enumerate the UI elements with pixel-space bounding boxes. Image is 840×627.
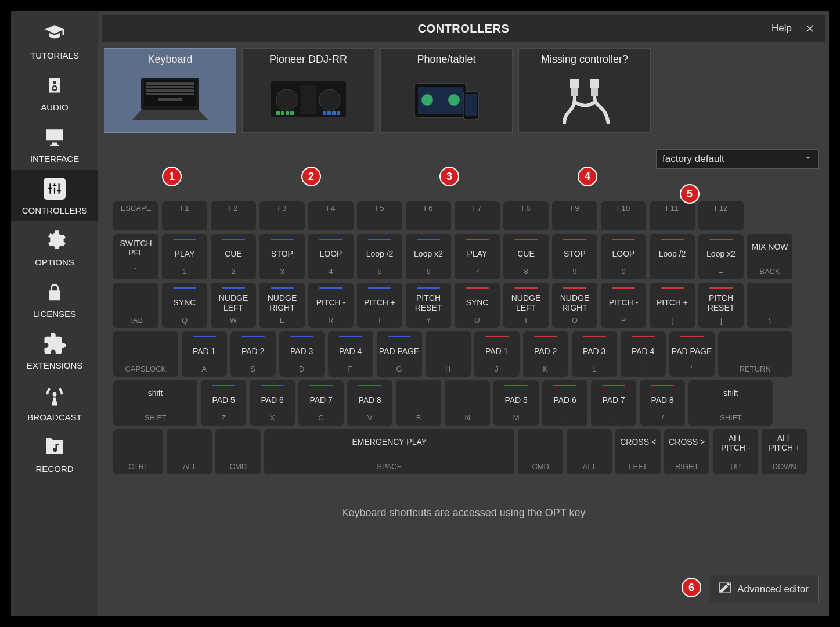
key-f11[interactable]: F11 [650,201,695,230]
key-return[interactable]: RETURN [718,331,792,377]
key-i[interactable]: NUDGE LEFTI [503,283,549,328]
sidebar-item-interface[interactable]: INTERFACE [11,118,98,170]
preset-dropdown[interactable]: factory default [656,149,819,169]
key-f5[interactable]: F5 [357,201,402,230]
key-space[interactable]: EMERGENCY PLAYSPACE [264,429,514,474]
keyboard-row-function: ESCAPEF1F2F3F4F5F6F7F8F9F10F11F12 [113,201,814,230]
key-f7[interactable]: F7 [455,201,500,230]
key--[interactable]: PAD PAGE' [669,331,715,377]
help-link[interactable]: Help [771,23,792,34]
sidebar-item-tutorials[interactable]: TUTORIALS [11,15,98,66]
key-function-label: NUDGE RIGHT [262,293,302,312]
sidebar-item-record[interactable]: RECORD [11,428,98,480]
key-up[interactable]: ALL PITCH -UP [713,429,758,474]
key-u[interactable]: SYNCU [455,283,500,328]
key--[interactable]: PAD 6, [542,380,587,426]
key-f10[interactable]: F10 [601,201,646,230]
key-v[interactable]: PAD 8V [347,380,392,426]
close-button[interactable] [803,21,817,35]
key-shift[interactable]: shiftSHIFT [688,380,773,426]
key-function-label: ALL PITCH + [764,434,805,452]
key-left[interactable]: CROSS <LEFT [615,429,661,474]
key-f4[interactable]: F4 [308,201,354,230]
key-alt[interactable]: ALT [167,429,212,474]
key-a[interactable]: PAD 1A [182,331,227,377]
key-c[interactable]: PAD 7C [298,380,344,426]
sidebar-item-options[interactable]: OPTIONS [11,221,98,273]
key-8[interactable]: CUE8 [503,234,549,279]
key-r[interactable]: PITCH -R [308,283,354,328]
key-f8[interactable]: F8 [503,201,549,230]
key-w[interactable]: NUDGE LEFTW [211,283,256,328]
key--[interactable]: PAD 4; [621,331,666,377]
key-m[interactable]: PAD 5M [493,380,539,426]
key-q[interactable]: SYNCQ [162,283,207,328]
card-missing-controller[interactable]: Missing controller? [518,48,651,133]
key-o[interactable]: NUDGE RIGHTO [552,283,597,328]
key-4[interactable]: LOOP4 [308,234,354,279]
keyboard-hint: Keyboard shortcuts are accessed using th… [103,507,824,519]
key-9[interactable]: STOP9 [552,234,597,279]
key-n[interactable]: N [445,380,490,426]
key-cmd[interactable]: CMD [215,429,261,474]
card-pioneer-ddj-rr[interactable]: Pioneer DDJ-RR [242,48,374,133]
key-s[interactable]: PAD 2S [230,331,276,377]
key-3[interactable]: STOP3 [259,234,305,279]
key-x[interactable]: PAD 6X [250,380,295,426]
key-escape[interactable]: ESCAPE [113,201,158,230]
key-2[interactable]: CUE2 [211,234,256,279]
key-f[interactable]: PAD 4F [328,331,373,377]
key--[interactable]: PITCH RESET] [698,283,744,328]
key-ctrl[interactable]: CTRL [113,429,163,474]
key-z[interactable]: PAD 5Z [201,380,246,426]
sidebar-item-licenses[interactable]: LICENSES [11,273,98,325]
key--[interactable]: \ [747,283,792,328]
key-f2[interactable]: F2 [211,201,256,230]
key-f3[interactable]: F3 [259,201,305,230]
sidebar-item-broadcast[interactable]: BROADCAST [11,376,98,428]
key-b[interactable]: B [396,380,441,426]
key-p[interactable]: PITCH -P [601,283,646,328]
key-5[interactable]: Loop /25 [357,234,402,279]
sidebar-item-extensions[interactable]: EXTENSIONS [11,325,98,376]
advanced-editor-button[interactable]: Advanced editor [709,575,819,603]
key-right[interactable]: CROSS >RIGHT [664,429,709,474]
graduation-cap-icon [11,19,98,48]
sidebar-label: LICENSES [11,309,98,319]
key-j[interactable]: PAD 1J [474,331,520,377]
key-1[interactable]: PLAY1 [162,234,207,279]
key--[interactable]: PAD 8/ [640,380,685,426]
key-capslock[interactable]: CAPSLOCK [113,331,178,377]
key--[interactable]: PAD 7. [591,380,636,426]
key-f1[interactable]: F1 [162,201,207,230]
key-back[interactable]: MIX NOWBACK [747,234,792,279]
key-shift[interactable]: shiftSHIFT [113,380,197,426]
key-f6[interactable]: F6 [406,201,451,230]
key-0[interactable]: LOOP0 [601,234,646,279]
key-down[interactable]: ALL PITCH +DOWN [762,429,807,474]
key-y[interactable]: PITCH RESETY [406,283,451,328]
key-h[interactable]: H [426,331,471,377]
key--[interactable]: SWITCH PFL` [113,234,158,279]
key--[interactable]: Loop /2- [650,234,695,279]
key-cmd[interactable]: CMD [518,429,563,474]
key-t[interactable]: PITCH +T [357,283,402,328]
sidebar-item-audio[interactable]: AUDIO [11,66,98,118]
key--[interactable]: PITCH +[ [650,283,695,328]
key-6[interactable]: Loop x26 [406,234,451,279]
key--[interactable]: Loop x2= [698,234,744,279]
card-phone-tablet[interactable]: Phone/tablet [380,48,513,133]
key-f12[interactable]: F12 [698,201,744,230]
sidebar-item-controllers[interactable]: CONTROLLERS [11,170,98,221]
key-tab[interactable]: TAB [113,283,158,328]
card-keyboard[interactable]: Keyboard [104,48,236,133]
key-legend: R [328,316,333,325]
key-f9[interactable]: F9 [552,201,597,230]
key-e[interactable]: NUDGE RIGHTE [259,283,305,328]
key-d[interactable]: PAD 3D [279,331,325,377]
key-alt[interactable]: ALT [567,429,612,474]
key-l[interactable]: PAD 3L [572,331,617,377]
key-7[interactable]: PLAY7 [455,234,500,279]
key-k[interactable]: PAD 2K [523,331,568,377]
key-g[interactable]: PAD PAGEG [377,331,422,377]
